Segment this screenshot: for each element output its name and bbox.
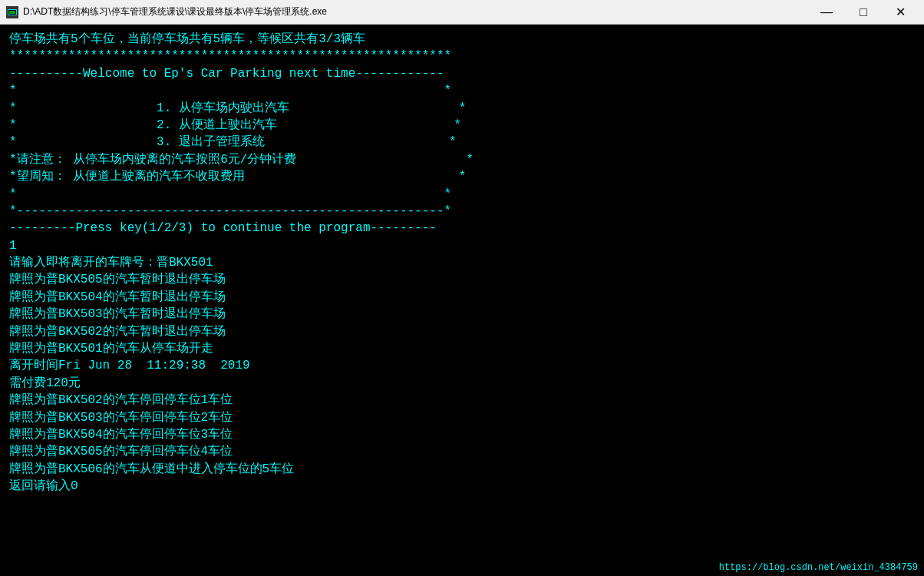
status-bar: https://blog.csdn.net/weixin_4384759 [0, 559, 924, 576]
terminal-line: * * [9, 186, 915, 203]
close-button[interactable]: ✕ [883, 0, 918, 25]
terminal-line: * 2. 从便道上驶出汽车 * [9, 117, 915, 134]
terminal-line: 停车场共有5个车位，当前停车场共有5辆车，等候区共有3/3辆车 [9, 31, 915, 48]
terminal-line: 返回请输入0 [9, 478, 915, 495]
terminal-line: 牌照为普BKX505的汽车暂时退出停车场 [9, 271, 915, 288]
terminal-line: 牌照为普BKX504的汽车暂时退出停车场 [9, 289, 915, 306]
svg-rect-3 [9, 11, 15, 14]
title-bar-left: D:\ADT数据结构练习\停车管理系统课设\课设最终版本\停车场管理系统.exe [6, 5, 327, 18]
terminal-line: *请注意： 从停车场内驶离的汽车按照6元/分钟计费 * [9, 151, 915, 168]
window-title: D:\ADT数据结构练习\停车管理系统课设\课设最终版本\停车场管理系统.exe [23, 5, 327, 18]
terminal-line: *望周知： 从便道上驶离的汽车不收取费用 * [9, 168, 915, 185]
terminal-line: 牌照为普BKX503的汽车停回停车位2车位 [9, 409, 915, 426]
terminal-line: 牌照为普BKX501的汽车从停车场开走 [9, 340, 915, 357]
terminal-lines: 停车场共有5个车位，当前停车场共有5辆车，等候区共有3/3辆车*********… [9, 31, 915, 495]
terminal-line: 牌照为普BKX502的汽车停回停车位1车位 [9, 392, 915, 409]
terminal-line: 1 [9, 237, 915, 254]
terminal-line: * 1. 从停车场内驶出汽车 * [9, 100, 915, 117]
terminal-line: 牌照为普BKX505的汽车停回停车位4车位 [9, 443, 915, 460]
terminal-line: 请输入即将离开的车牌号：晋BKX501 [9, 254, 915, 271]
title-bar: D:\ADT数据结构练习\停车管理系统课设\课设最终版本\停车场管理系统.exe… [0, 0, 924, 25]
app-icon [6, 6, 18, 18]
terminal-line: ****************************************… [9, 48, 915, 65]
terminal-line: 牌照为普BKX503的汽车暂时退出停车场 [9, 306, 915, 323]
minimize-button[interactable]: — [809, 0, 844, 25]
terminal-line: * 3. 退出子管理系统 * [9, 134, 915, 151]
title-bar-buttons: — □ ✕ [809, 0, 918, 25]
terminal-content: 停车场共有5个车位，当前停车场共有5辆车，等候区共有3/3辆车*********… [0, 25, 924, 559]
terminal-line: ----------Welcome to Ep's Car Parking ne… [9, 65, 915, 82]
status-link: https://blog.csdn.net/weixin_4384759 [719, 562, 918, 573]
terminal-line: * * [9, 82, 915, 99]
terminal-line: ---------Press key(1/2/3) to continue th… [9, 220, 915, 237]
terminal-line: 离开时间Fri Jun 28 11:29:38 2019 [9, 357, 915, 374]
terminal-line: *---------------------------------------… [9, 203, 915, 220]
terminal-line: 牌照为普BKX506的汽车从便道中进入停车位的5车位 [9, 461, 915, 478]
terminal-line: 牌照为普BKX504的汽车停回停车位3车位 [9, 426, 915, 443]
maximize-button[interactable]: □ [846, 0, 881, 25]
window-frame: D:\ADT数据结构练习\停车管理系统课设\课设最终版本\停车场管理系统.exe… [0, 0, 924, 576]
terminal-line: 牌照为普BKX502的汽车暂时退出停车场 [9, 323, 915, 340]
terminal-line: 需付费120元 [9, 375, 915, 392]
